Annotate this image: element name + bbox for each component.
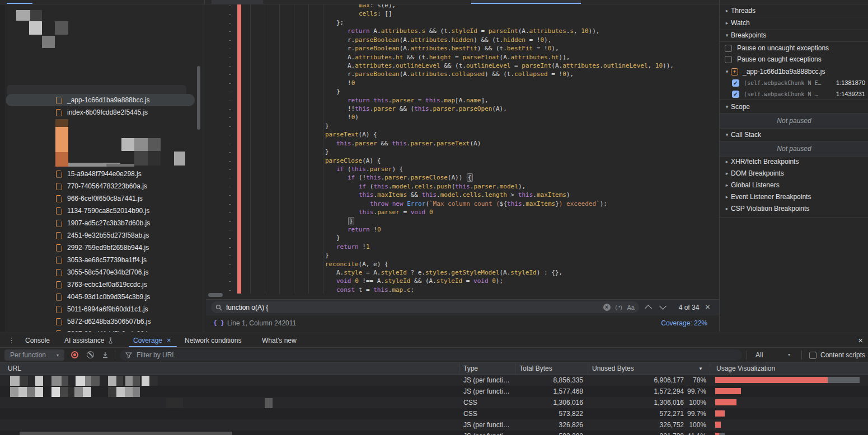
export-icon[interactable]	[102, 352, 109, 358]
line-gutter[interactable]: -	[217, 260, 232, 268]
code-line[interactable]: -if (this.model.cells.push(this.parser.m…	[206, 182, 719, 191]
code-line[interactable]: -r.parseBoolean(A.attributes.collapsed) …	[206, 70, 719, 79]
line-gutter[interactable]: -	[217, 44, 232, 53]
search-input[interactable]: function o(A) { × (.*) Aa	[211, 301, 639, 313]
code-line[interactable]: -!!this.parser && (this.parser.parseOpen…	[206, 105, 719, 114]
section-header-csp-violation-breakpoints[interactable]: ▸CSP Violation Breakpoints	[720, 203, 868, 215]
column-header-unused-bytes[interactable]: Unused Bytes	[592, 365, 634, 372]
code-line[interactable]: -}	[206, 148, 719, 157]
code-line[interactable]: -A.attributes.ht && (t.height = parseFlo…	[206, 53, 719, 62]
code-line[interactable]: -throw new Error(`Max column count (${th…	[206, 200, 719, 209]
tab-ai-assistance[interactable]: AI assistance	[64, 333, 114, 347]
scope-dropdown[interactable]: Per function ▾	[4, 349, 64, 361]
line-gutter[interactable]: -	[217, 62, 232, 70]
code-line[interactable]: -}	[206, 217, 719, 226]
code-line[interactable]: -A.attributes.outlineLevel && (t.outline…	[206, 62, 719, 70]
line-gutter[interactable]: -	[217, 36, 232, 44]
line-gutter[interactable]: -	[217, 105, 232, 113]
code-editor[interactable]: -max: s(e),-cells: []-};-return A.attrib…	[206, 4, 719, 299]
close-tab-icon[interactable]: ×	[167, 336, 171, 344]
table-row[interactable]: CSS1,306,0161,306,016100%	[0, 397, 868, 408]
code-line[interactable]: -return this.parser = this.map[A.name],	[206, 96, 719, 105]
tree-scrollbar-thumb[interactable]	[197, 66, 200, 130]
line-gutter[interactable]: -	[217, 4, 232, 10]
section-header-breakpoints[interactable]: ▾Breakpoints	[720, 29, 868, 42]
column-header-total-bytes[interactable]: Total Bytes	[519, 365, 552, 372]
editor-hscrollbar-thumb[interactable]	[208, 293, 223, 297]
line-gutter[interactable]: -	[217, 122, 232, 130]
breakpoint-entry[interactable]: ✓(self.webpackChunk_N_E…1:1381870	[720, 77, 868, 88]
line-gutter[interactable]: -	[217, 18, 232, 27]
code-line[interactable]: -parseClose(A) {	[206, 157, 719, 166]
line-gutter[interactable]: -	[217, 165, 232, 173]
line-gutter[interactable]: -	[217, 225, 232, 234]
code-line[interactable]: -return A.attributes.s && (t.styleId = p…	[206, 27, 719, 36]
more-tabs-icon[interactable]: ⋮	[8, 336, 15, 344]
code-line[interactable]: -!0	[206, 79, 719, 88]
checkbox-checked-icon[interactable]: ✓	[732, 79, 739, 87]
checkbox-icon[interactable]	[725, 56, 732, 63]
section-header-dom-breakpoints[interactable]: ▸DOM Breakpoints	[720, 167, 868, 179]
file-row[interactable]: 966-6cef0f650c8a7441.js	[0, 192, 204, 205]
file-row[interactable]: 1907-ad5c27c3b3b7d60b.js	[0, 217, 204, 229]
line-gutter[interactable]: -	[217, 148, 232, 156]
code-line[interactable]: -A.style = A.styleId ? e.styles.getStyle…	[206, 268, 719, 277]
file-row[interactable]: 2451-9e32b55d273f58ab.js	[0, 229, 204, 242]
line-gutter[interactable]: -	[217, 130, 232, 139]
record-coverage-button[interactable]	[71, 351, 78, 358]
line-gutter[interactable]: -	[217, 251, 232, 259]
file-row[interactable]: 770-740564783223b60a.js	[0, 180, 204, 192]
code-line[interactable]: -reconcile(A, e) {	[206, 260, 719, 269]
checkbox-checked-icon[interactable]: ✓	[732, 91, 739, 98]
file-row[interactable]: 5967-96ad41dd5b0ada96.js	[0, 328, 204, 332]
content-scripts-checkbox[interactable]	[809, 352, 817, 359]
table-row[interactable]: JS (per function)326,826326,752100%	[0, 419, 868, 431]
code-line[interactable]: -if (!this.parser.parseClose(A)) {	[206, 173, 719, 182]
file-row[interactable]: 3763-ecbc1ef0a619ccdc.js	[0, 278, 204, 291]
column-header-type[interactable]: Type	[463, 365, 478, 372]
line-gutter[interactable]: -	[217, 53, 232, 62]
code-line[interactable]: -};	[206, 18, 719, 27]
scope-section-header[interactable]: ▾Scope	[720, 101, 868, 113]
line-gutter[interactable]: -	[217, 87, 232, 96]
next-match-icon[interactable]	[659, 302, 667, 310]
line-gutter[interactable]: -	[217, 182, 232, 191]
regex-toggle[interactable]: (.*)	[616, 305, 622, 310]
section-header-watch[interactable]: ▸Watch	[720, 17, 868, 30]
file-row[interactable]: 5872-d6248ba3506507b6.js	[0, 315, 204, 328]
editor-tab-partial[interactable]	[212, 0, 263, 4]
file-row[interactable]: 3055-58c5470e34b2f706.js	[0, 266, 204, 278]
line-gutter[interactable]: -	[217, 243, 232, 251]
tab-whats-new[interactable]: What's new	[262, 333, 297, 347]
code-line[interactable]: -parseText(A) {	[206, 130, 719, 139]
line-gutter[interactable]: -	[217, 157, 232, 165]
file-row[interactable]: 1134-7590ca8c52014b90.js	[0, 205, 204, 217]
code-line[interactable]: -!0)	[206, 113, 719, 122]
coverage-link[interactable]: Coverage: 22%	[661, 319, 707, 327]
line-gutter[interactable]: -	[217, 277, 232, 285]
code-line[interactable]: -this.parser = void 0	[206, 208, 719, 217]
tab-network-conditions[interactable]: Network conditions	[185, 333, 241, 347]
file-row[interactable]: 5011-6994a6f9b60dd1c1.js	[0, 303, 204, 315]
line-gutter[interactable]: -	[217, 208, 232, 216]
callstack-section-header[interactable]: ▾Call Stack	[720, 129, 868, 141]
line-gutter[interactable]: -	[217, 173, 232, 182]
line-gutter[interactable]: -	[217, 10, 232, 18]
close-find-icon[interactable]: ×	[705, 302, 710, 311]
clear-coverage-icon[interactable]	[87, 351, 94, 358]
file-row[interactable]: 2992-759ed9bf2658b944.js	[0, 242, 204, 254]
code-line[interactable]: -this.maxItems && this.model.cells.lengt…	[206, 191, 719, 200]
tab-coverage[interactable]: Coverage ×	[133, 333, 171, 347]
line-gutter[interactable]: -	[217, 96, 232, 105]
file-row[interactable]: 3053-ae68c57739ba1ff4.js	[0, 254, 204, 266]
line-gutter[interactable]: -	[217, 70, 232, 78]
line-gutter[interactable]: -	[217, 234, 232, 242]
code-line[interactable]: -r.parseBoolean(A.attributes.hidden) && …	[206, 36, 719, 45]
code-line[interactable]: -this.parser && this.parser.parseText(A)	[206, 139, 719, 148]
line-gutter[interactable]: -	[217, 27, 232, 35]
line-gutter[interactable]: -	[217, 139, 232, 148]
match-case-toggle[interactable]: Aa	[627, 304, 635, 311]
section-header-xhr-fetch-breakpoints[interactable]: ▸XHR/fetch Breakpoints	[720, 155, 868, 167]
checkbox-icon[interactable]	[725, 45, 732, 52]
line-gutter[interactable]: -	[217, 191, 232, 199]
